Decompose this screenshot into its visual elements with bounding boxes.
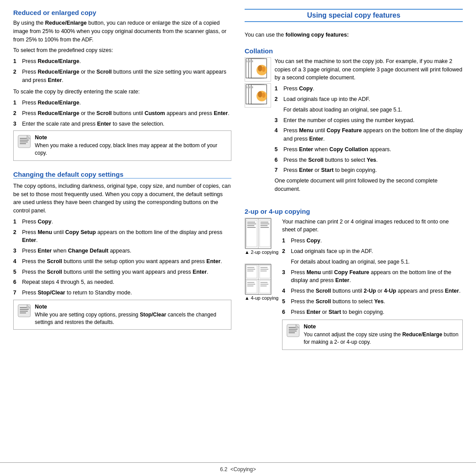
svg-rect-57	[260, 284, 268, 285]
list-item: 3Enter the number of copies using the nu…	[275, 116, 463, 125]
svg-rect-55	[247, 286, 253, 286]
collation-row: 1 2 3	[245, 57, 463, 196]
footer-page: 6.2	[220, 466, 227, 472]
svg-rect-52	[260, 271, 267, 271]
list-item: 5Press Enter when Copy Collation appears…	[275, 145, 463, 154]
note-title-3: Note	[304, 324, 459, 330]
collation-note-detail: For details about loading an original, s…	[283, 106, 463, 114]
svg-rect-48	[247, 269, 255, 270]
reduced-enlarged-intro: By using the Reduce/Enlarge button, you …	[13, 19, 231, 44]
note-text-2: While you are setting copy options, pres…	[35, 311, 227, 326]
page: Reduced or enlarged copy By using the Re…	[0, 0, 476, 476]
collation-after: One complete document will print followe…	[275, 177, 463, 193]
note-icon-1	[17, 134, 31, 149]
note-box-3: Note You cannot adjust the copy size usi…	[282, 320, 463, 350]
list-item: 4Press Menu until Copy Feature appears o…	[275, 126, 463, 143]
list-item: 3Press Menu until Copy Feature appears o…	[282, 268, 463, 285]
svg-rect-54	[247, 284, 255, 285]
svg-rect-7	[20, 309, 29, 310]
list-item: 6Press the Scroll buttons to select Yes.	[275, 156, 463, 164]
list-item: 1Press Reduce/Enlarge.	[13, 57, 231, 66]
list-item: 1Press Copy.	[275, 85, 463, 93]
left-column: Reduced or enlarged copy By using the Re…	[13, 9, 231, 458]
svg-rect-33	[247, 223, 256, 224]
4up-image	[245, 264, 271, 294]
4up-label: ▲ 4-up copying	[245, 295, 279, 301]
scale-steps-list: 1Press Reduce/Enlarge. 2Press Reduce/Enl…	[13, 99, 231, 128]
note-box-2: Note While you are setting copy options,…	[13, 300, 231, 330]
main-header-title: Using special copy features	[307, 11, 401, 19]
changing-defaults-header: Changing the default copy settings	[13, 171, 231, 178]
list-item: 5Press the Scroll buttons to select Yes.	[282, 298, 463, 306]
2up-4up-section: 2-up or 4-up copying	[245, 208, 463, 350]
svg-rect-50	[260, 267, 268, 268]
svg-rect-60	[289, 327, 296, 328]
list-item: 2Load originals face up in the ADF.	[282, 247, 463, 256]
svg-rect-39	[260, 227, 269, 228]
collation-steps-content: You can set the machine to sort the copy…	[275, 57, 463, 196]
note-text-1: When you make a reduced copy, black line…	[35, 142, 227, 157]
2up-label: ▲ 2-up copying	[245, 249, 279, 255]
note-box-1: Note When you make a reduced copy, black…	[13, 130, 231, 161]
reduced-enlarged-section: Reduced or enlarged copy By using the Re…	[13, 9, 231, 161]
2up-image	[245, 218, 271, 249]
collation-steps: 1Press Copy. 2Load originals face up int…	[275, 85, 463, 104]
svg-rect-32	[247, 222, 255, 223]
collation-title: Collation	[245, 47, 463, 55]
note-title-2: Note	[35, 304, 227, 310]
svg-rect-3	[20, 141, 28, 142]
2up-4up-steps-content: Your machine can print 2 or 4 original i…	[282, 218, 463, 350]
note-title-1: Note	[35, 134, 227, 141]
footer: 6.2 <Copying>	[0, 462, 476, 476]
svg-point-26	[258, 91, 262, 97]
list-item: 3Press Enter when Change Default appears…	[13, 247, 231, 255]
list-item: 3Enter the scale rate and press Enter to…	[13, 120, 231, 128]
svg-rect-49	[247, 271, 253, 271]
right-column: Using special copy features You can use …	[245, 9, 463, 458]
collation-images: 1 2 3	[245, 57, 271, 196]
list-item: 6Repeat steps 4 through 5, as needed.	[13, 278, 231, 286]
list-item: 2Press Reduce/Enlarge or the Scroll butt…	[13, 68, 231, 85]
list-item: 7Press Stop/Clear to return to Standby m…	[13, 289, 231, 297]
note-content-1: Note When you make a reduced copy, black…	[35, 134, 227, 157]
list-item: 1Press Copy.	[13, 218, 231, 226]
svg-rect-35	[247, 227, 256, 228]
svg-rect-4	[20, 143, 26, 144]
svg-rect-62	[289, 331, 297, 331]
content-area: Reduced or enlarged copy By using the Re…	[0, 0, 476, 462]
svg-rect-58	[260, 286, 267, 286]
note-content-2: Note While you are setting copy options,…	[35, 304, 227, 326]
changing-defaults-steps: 1Press Copy. 2Press Menu until Copy Setu…	[13, 218, 231, 297]
list-item: 1Press Reduce/Enlarge.	[13, 99, 231, 107]
svg-rect-2	[20, 140, 29, 141]
list-item: 5Press the Scroll buttons until the sett…	[13, 268, 231, 276]
2up-4up-title: 2-up or 4-up copying	[245, 208, 463, 215]
svg-rect-53	[247, 282, 254, 283]
collation-steps-cont: 3Enter the number of copies using the nu…	[275, 116, 463, 175]
note-icon-3	[286, 324, 300, 338]
4up-image-container: ▲ 4-up copying	[245, 264, 279, 301]
2up-4up-content: ▲ 2-up copying	[245, 218, 463, 350]
2up-4up-steps-cont: 3Press Menu until Copy Feature appears o…	[282, 268, 463, 316]
list-item: 7Press Enter or Start to begin copying.	[275, 166, 463, 175]
predefined-label: To select from the predefined copy sizes…	[13, 46, 231, 55]
main-header-bar: Using special copy features	[245, 9, 463, 22]
svg-point-17	[258, 65, 262, 71]
right-intro: You can use the following copy features:	[245, 31, 463, 39]
collation-section: Collation 1 2 3	[245, 47, 463, 199]
note-icon-2	[17, 304, 31, 318]
predefined-steps-list: 1Press Reduce/Enlarge. 2Press Reduce/Enl…	[13, 57, 231, 84]
2up-note-detail: For details about loading an original, s…	[291, 258, 463, 266]
svg-rect-63	[289, 332, 295, 333]
list-item: 6Press Enter or Start to begin copying.	[282, 308, 463, 316]
svg-rect-34	[247, 225, 254, 226]
2up-4up-steps: 1Press Copy. 2Load originals face up in …	[282, 237, 463, 256]
svg-rect-37	[260, 223, 269, 224]
collation-intro: You can set the machine to sort the copy…	[275, 57, 463, 82]
2up-4up-intro: Your machine can print 2 or 4 original i…	[282, 218, 463, 234]
list-item: 2Load originals face up into the ADF.	[275, 95, 463, 104]
reduced-enlarged-title: Reduced or enlarged copy	[13, 9, 231, 16]
list-item: 2Press Menu until Copy Setup appears on …	[13, 228, 231, 245]
svg-rect-1	[20, 138, 27, 139]
note-text-3: You cannot adjust the copy size using th…	[304, 331, 459, 346]
